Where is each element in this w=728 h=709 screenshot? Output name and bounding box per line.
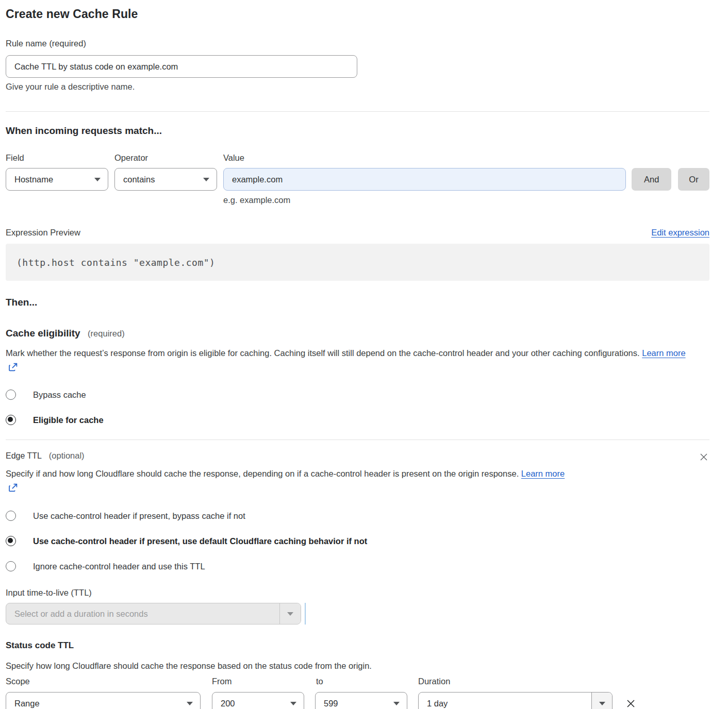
chevron-down-icon [393, 702, 400, 705]
status-code-ttl-heading: Status code TTL [6, 640, 709, 651]
chevron-down-icon [94, 178, 101, 181]
optional-tag: (optional) [49, 451, 85, 460]
operator-select[interactable]: contains [114, 168, 217, 191]
section-divider [6, 111, 709, 112]
radio-label: Eligible for cache [33, 415, 104, 425]
from-label: From [212, 677, 316, 686]
radio-selected-icon[interactable] [6, 415, 16, 425]
create-cache-rule-form: Create new Cache Rule Rule name (require… [0, 0, 728, 709]
match-heading: When incoming requests match... [6, 125, 709, 137]
rule-name-help: Give your rule a descriptive name. [6, 82, 709, 92]
chevron-down-icon [203, 178, 209, 181]
chevron-down-icon [290, 702, 296, 705]
to-select-value: 599 [324, 699, 338, 708]
ttl-duration-placeholder: Select or add a duration in seconds [6, 603, 279, 624]
to-select[interactable]: 599 [315, 692, 407, 709]
edge-ttl-learn-more-link[interactable]: Learn more [521, 469, 565, 478]
text-caret [305, 603, 306, 624]
edge-ttl-description: Specify if and how long Cloudflare shoul… [6, 469, 519, 478]
chevron-down-icon [287, 612, 293, 616]
operator-select-value: contains [123, 175, 155, 184]
chevron-down-icon [187, 702, 193, 705]
expression-preview-label: Expression Preview [6, 228, 80, 238]
cache-eligibility-heading: Cache eligibility [6, 328, 80, 339]
chevron-down-icon [599, 702, 605, 705]
field-select[interactable]: Hostname [6, 168, 108, 191]
edit-expression-link[interactable]: Edit expression [651, 228, 709, 238]
and-button[interactable]: And [632, 168, 671, 191]
edge-ttl-heading: Edge TTL [6, 451, 41, 460]
radio-label: Bypass cache [33, 390, 86, 400]
ttl-duration-dropdown-button[interactable] [279, 603, 301, 624]
radio-cc-bypass[interactable]: Use cache-control header if present, byp… [6, 511, 709, 521]
to-label: to [316, 677, 418, 686]
radio-selected-icon[interactable] [6, 536, 16, 546]
external-link-icon [9, 361, 18, 376]
section-divider [6, 440, 709, 440]
value-label: Value [223, 153, 244, 163]
from-select-value: 200 [221, 699, 235, 708]
radio-bypass-cache[interactable]: Bypass cache [6, 390, 709, 400]
or-button[interactable]: Or [678, 168, 709, 191]
duration-select-value: 1 day [419, 693, 591, 709]
field-select-value: Hostname [14, 175, 53, 184]
value-input[interactable] [223, 168, 626, 191]
status-code-ttl-description: Specify how long Cloudflare should cache… [6, 659, 709, 673]
field-label: Field [6, 153, 114, 163]
duration-dropdown-button[interactable] [591, 693, 612, 709]
edge-ttl-close-button[interactable] [699, 452, 709, 462]
close-icon [699, 456, 709, 464]
scope-label: Scope [6, 677, 212, 686]
ttl-input-label: Input time-to-live (TTL) [6, 588, 709, 598]
radio-eligible-for-cache[interactable]: Eligible for cache [6, 415, 709, 425]
ttl-duration-select[interactable]: Select or add a duration in seconds [6, 603, 301, 624]
duration-label: Duration [418, 677, 450, 686]
cache-eligibility-learn-more-link[interactable]: Learn more [642, 348, 685, 358]
duration-select[interactable]: 1 day [418, 692, 613, 709]
external-link-icon [9, 482, 18, 496]
required-tag: (required) [88, 329, 125, 338]
close-icon [625, 703, 637, 709]
rule-name-label: Rule name (required) [6, 39, 709, 48]
value-help: e.g. example.com [223, 195, 709, 205]
radio-label: Use cache-control header if present, byp… [33, 511, 245, 521]
then-heading: Then... [6, 297, 709, 308]
scope-select[interactable]: Range [6, 692, 201, 709]
scope-select-value: Range [14, 699, 40, 708]
radio-icon[interactable] [6, 561, 16, 571]
rule-name-input[interactable] [6, 55, 357, 78]
expression-code: (http.host contains "example.com") [6, 244, 709, 281]
operator-label: Operator [114, 153, 223, 163]
radio-icon[interactable] [6, 511, 16, 521]
radio-label: Use cache-control header if present, use… [33, 536, 367, 546]
from-select[interactable]: 200 [212, 692, 304, 709]
radio-icon[interactable] [6, 390, 16, 400]
radio-cc-ignore[interactable]: Ignore cache-control header and use this… [6, 561, 709, 571]
radio-cc-default[interactable]: Use cache-control header if present, use… [6, 536, 709, 546]
remove-status-code-ttl-button[interactable] [625, 698, 637, 709]
page-title: Create new Cache Rule [6, 7, 709, 21]
radio-label: Ignore cache-control header and use this… [33, 562, 205, 571]
cache-eligibility-description: Mark whether the request’s response from… [6, 348, 640, 358]
